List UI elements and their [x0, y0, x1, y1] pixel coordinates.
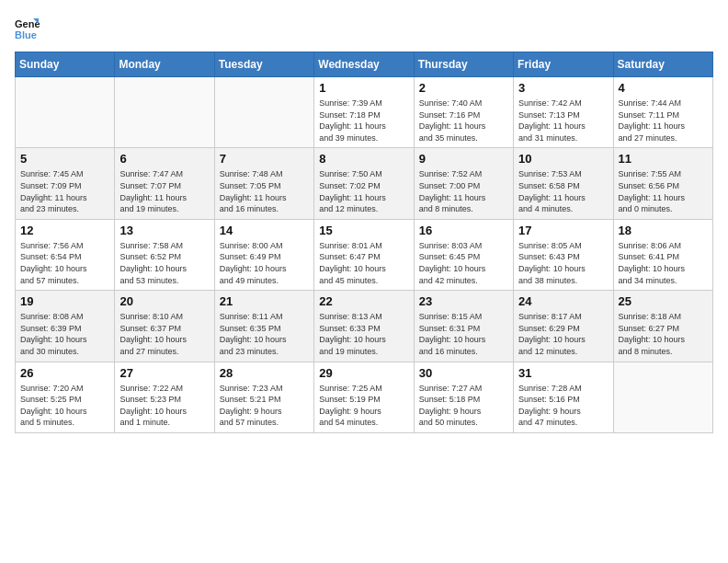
weekday-header-wednesday: Wednesday	[314, 52, 414, 77]
day-number: 3	[518, 81, 608, 95]
day-number: 13	[119, 224, 209, 237]
weekday-header-tuesday: Tuesday	[214, 52, 313, 77]
calendar-day-cell: 19Sunrise: 8:08 AM Sunset: 6:39 PM Dayli…	[16, 291, 115, 362]
calendar-day-cell: 2Sunrise: 7:40 AM Sunset: 7:16 PM Daylig…	[414, 77, 513, 148]
logo-icon: General Blue	[15, 15, 40, 40]
calendar-day-cell: 29Sunrise: 7:25 AM Sunset: 5:19 PM Dayli…	[314, 362, 414, 432]
day-number: 7	[220, 152, 309, 166]
calendar-day-cell: 3Sunrise: 7:42 AM Sunset: 7:13 PM Daylig…	[514, 77, 613, 148]
day-number: 15	[319, 224, 408, 237]
day-info: Sunrise: 7:48 AM Sunset: 7:05 PM Dayligh…	[220, 168, 309, 214]
day-number: 23	[419, 294, 508, 308]
calendar-day-cell: 8Sunrise: 7:50 AM Sunset: 7:02 PM Daylig…	[314, 148, 414, 219]
day-info: Sunrise: 7:53 AM Sunset: 6:58 PM Dayligh…	[518, 168, 608, 214]
day-number: 20	[119, 294, 209, 308]
calendar-day-cell: 9Sunrise: 7:52 AM Sunset: 7:00 PM Daylig…	[414, 148, 513, 219]
logo: General Blue	[15, 15, 44, 40]
day-info: Sunrise: 8:08 AM Sunset: 6:39 PM Dayligh…	[20, 311, 109, 357]
day-number: 25	[619, 294, 708, 308]
calendar-day-cell: 14Sunrise: 8:00 AM Sunset: 6:49 PM Dayli…	[214, 219, 313, 290]
calendar-day-cell: 4Sunrise: 7:44 AM Sunset: 7:11 PM Daylig…	[613, 77, 712, 148]
calendar-day-cell	[214, 77, 313, 148]
day-info: Sunrise: 7:42 AM Sunset: 7:13 PM Dayligh…	[518, 98, 608, 144]
calendar-day-cell: 22Sunrise: 8:13 AM Sunset: 6:33 PM Dayli…	[314, 291, 414, 362]
day-number: 26	[20, 366, 109, 380]
day-info: Sunrise: 8:11 AM Sunset: 6:35 PM Dayligh…	[220, 311, 309, 357]
calendar-day-cell: 17Sunrise: 8:05 AM Sunset: 6:43 PM Dayli…	[514, 219, 613, 290]
calendar-day-cell	[115, 77, 214, 148]
day-number: 12	[20, 224, 109, 237]
day-number: 8	[319, 152, 408, 166]
svg-text:Blue: Blue	[15, 29, 37, 40]
calendar-day-cell: 6Sunrise: 7:47 AM Sunset: 7:07 PM Daylig…	[115, 148, 214, 219]
calendar-week-row: 26Sunrise: 7:20 AM Sunset: 5:25 PM Dayli…	[16, 362, 713, 432]
weekday-header-friday: Friday	[514, 52, 613, 77]
calendar-day-cell: 25Sunrise: 8:18 AM Sunset: 6:27 PM Dayli…	[613, 291, 712, 362]
weekday-header-row: SundayMondayTuesdayWednesdayThursdayFrid…	[16, 52, 713, 77]
day-info: Sunrise: 7:28 AM Sunset: 5:16 PM Dayligh…	[518, 383, 608, 429]
day-number: 9	[419, 152, 508, 166]
calendar-day-cell: 7Sunrise: 7:48 AM Sunset: 7:05 PM Daylig…	[214, 148, 313, 219]
day-number: 4	[619, 81, 708, 95]
day-info: Sunrise: 7:55 AM Sunset: 6:56 PM Dayligh…	[619, 168, 708, 214]
weekday-header-thursday: Thursday	[414, 52, 513, 77]
day-info: Sunrise: 8:13 AM Sunset: 6:33 PM Dayligh…	[319, 311, 408, 357]
day-info: Sunrise: 7:20 AM Sunset: 5:25 PM Dayligh…	[20, 383, 109, 429]
day-number: 30	[419, 366, 508, 380]
weekday-header-saturday: Saturday	[613, 52, 712, 77]
day-number: 5	[20, 152, 109, 166]
day-number: 22	[319, 294, 408, 308]
day-number: 6	[119, 152, 209, 166]
day-number: 19	[20, 294, 109, 308]
day-number: 2	[419, 81, 508, 95]
day-info: Sunrise: 8:15 AM Sunset: 6:31 PM Dayligh…	[419, 311, 508, 357]
calendar-table: SundayMondayTuesdayWednesdayThursdayFrid…	[15, 52, 713, 433]
calendar-day-cell: 16Sunrise: 8:03 AM Sunset: 6:45 PM Dayli…	[414, 219, 513, 290]
day-info: Sunrise: 7:23 AM Sunset: 5:21 PM Dayligh…	[220, 383, 309, 429]
calendar-week-row: 5Sunrise: 7:45 AM Sunset: 7:09 PM Daylig…	[16, 148, 713, 219]
calendar-day-cell: 10Sunrise: 7:53 AM Sunset: 6:58 PM Dayli…	[514, 148, 613, 219]
day-number: 27	[119, 366, 209, 380]
calendar-day-cell: 21Sunrise: 8:11 AM Sunset: 6:35 PM Dayli…	[214, 291, 313, 362]
day-number: 18	[619, 224, 708, 237]
day-number: 1	[319, 81, 408, 95]
calendar-day-cell: 20Sunrise: 8:10 AM Sunset: 6:37 PM Dayli…	[115, 291, 214, 362]
calendar-day-cell: 31Sunrise: 7:28 AM Sunset: 5:16 PM Dayli…	[514, 362, 613, 432]
page-header: General Blue	[15, 15, 713, 40]
day-info: Sunrise: 7:56 AM Sunset: 6:54 PM Dayligh…	[20, 240, 109, 286]
calendar-day-cell: 13Sunrise: 7:58 AM Sunset: 6:52 PM Dayli…	[115, 219, 214, 290]
day-info: Sunrise: 7:27 AM Sunset: 5:18 PM Dayligh…	[419, 383, 508, 429]
calendar-week-row: 19Sunrise: 8:08 AM Sunset: 6:39 PM Dayli…	[16, 291, 713, 362]
day-number: 14	[220, 224, 309, 237]
day-info: Sunrise: 8:03 AM Sunset: 6:45 PM Dayligh…	[419, 240, 508, 286]
calendar-day-cell: 28Sunrise: 7:23 AM Sunset: 5:21 PM Dayli…	[214, 362, 313, 432]
day-info: Sunrise: 8:17 AM Sunset: 6:29 PM Dayligh…	[518, 311, 608, 357]
day-info: Sunrise: 7:39 AM Sunset: 7:18 PM Dayligh…	[319, 98, 408, 144]
day-info: Sunrise: 8:10 AM Sunset: 6:37 PM Dayligh…	[119, 311, 209, 357]
day-number: 11	[619, 152, 708, 166]
day-info: Sunrise: 7:40 AM Sunset: 7:16 PM Dayligh…	[419, 98, 508, 144]
calendar-day-cell: 30Sunrise: 7:27 AM Sunset: 5:18 PM Dayli…	[414, 362, 513, 432]
day-number: 17	[518, 224, 608, 237]
weekday-header-sunday: Sunday	[16, 52, 115, 77]
calendar-day-cell: 26Sunrise: 7:20 AM Sunset: 5:25 PM Dayli…	[16, 362, 115, 432]
calendar-day-cell	[16, 77, 115, 148]
calendar-day-cell: 12Sunrise: 7:56 AM Sunset: 6:54 PM Dayli…	[16, 219, 115, 290]
day-info: Sunrise: 7:44 AM Sunset: 7:11 PM Dayligh…	[619, 98, 708, 144]
day-info: Sunrise: 8:05 AM Sunset: 6:43 PM Dayligh…	[518, 240, 608, 286]
calendar-day-cell	[613, 362, 712, 432]
day-number: 28	[220, 366, 309, 380]
calendar-day-cell: 23Sunrise: 8:15 AM Sunset: 6:31 PM Dayli…	[414, 291, 513, 362]
day-number: 24	[518, 294, 608, 308]
day-number: 16	[419, 224, 508, 237]
day-info: Sunrise: 8:06 AM Sunset: 6:41 PM Dayligh…	[619, 240, 708, 286]
calendar-week-row: 1Sunrise: 7:39 AM Sunset: 7:18 PM Daylig…	[16, 77, 713, 148]
day-number: 21	[220, 294, 309, 308]
day-info: Sunrise: 7:22 AM Sunset: 5:23 PM Dayligh…	[119, 383, 209, 429]
calendar-day-cell: 1Sunrise: 7:39 AM Sunset: 7:18 PM Daylig…	[314, 77, 414, 148]
calendar-week-row: 12Sunrise: 7:56 AM Sunset: 6:54 PM Dayli…	[16, 219, 713, 290]
day-number: 10	[518, 152, 608, 166]
day-number: 29	[319, 366, 408, 380]
day-info: Sunrise: 7:47 AM Sunset: 7:07 PM Dayligh…	[119, 168, 209, 214]
day-number: 31	[518, 366, 608, 380]
